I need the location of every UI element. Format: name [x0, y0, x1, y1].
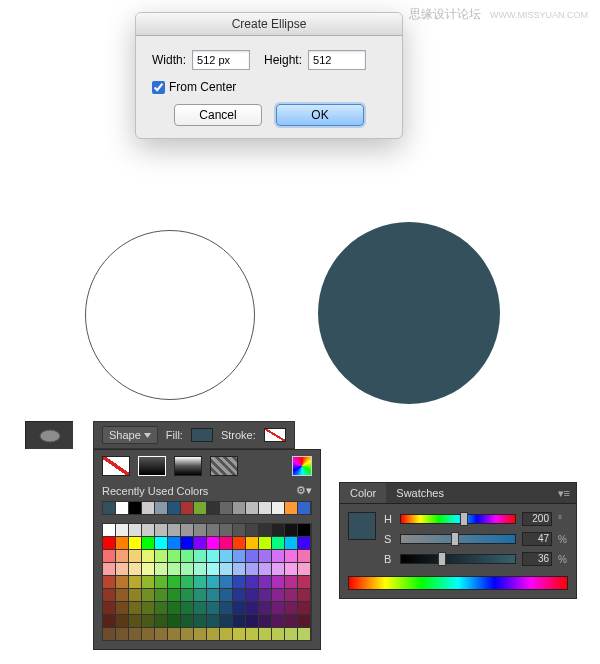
swatch-cell[interactable] — [168, 524, 180, 536]
stroke-swatch-none[interactable] — [264, 428, 286, 442]
swatch-cell[interactable] — [168, 589, 180, 601]
swatch-cell[interactable] — [168, 628, 180, 640]
swatch-cell[interactable] — [116, 576, 128, 588]
swatch-cell[interactable] — [194, 615, 206, 627]
swatch-cell[interactable] — [155, 524, 167, 536]
cancel-button[interactable]: Cancel — [174, 104, 262, 126]
hue-slider[interactable] — [400, 514, 516, 524]
swatch-cell[interactable] — [181, 615, 193, 627]
swatch-cell[interactable] — [207, 615, 219, 627]
swatch-cell[interactable] — [103, 615, 115, 627]
swatch-cell[interactable] — [129, 628, 141, 640]
swatch-cell[interactable] — [129, 602, 141, 614]
swatch-cell[interactable] — [298, 615, 310, 627]
swatch-cell[interactable] — [194, 628, 206, 640]
swatch-cell[interactable] — [194, 550, 206, 562]
swatch-cell[interactable] — [181, 628, 193, 640]
fill-mode-none[interactable] — [102, 456, 130, 476]
swatch-cell[interactable] — [233, 550, 245, 562]
swatch-cell[interactable] — [181, 524, 193, 536]
bri-slider[interactable] — [400, 554, 516, 564]
swatch-cell[interactable] — [298, 550, 310, 562]
swatch-cell[interactable] — [233, 615, 245, 627]
swatch-cell[interactable] — [142, 589, 154, 601]
swatch-cell[interactable] — [129, 615, 141, 627]
swatch-cell[interactable] — [298, 628, 310, 640]
swatch-cell[interactable] — [155, 589, 167, 601]
swatch-cell[interactable] — [272, 524, 284, 536]
swatch-cell[interactable] — [298, 576, 310, 588]
swatch-cell[interactable] — [142, 628, 154, 640]
swatch-cell[interactable] — [285, 615, 297, 627]
hue-value[interactable]: 200 — [522, 512, 552, 526]
swatch-cell[interactable] — [220, 502, 232, 514]
fill-swatch[interactable] — [191, 428, 213, 442]
tool-mode-dropdown[interactable]: Shape — [102, 426, 158, 444]
swatch-cell[interactable] — [233, 563, 245, 575]
swatch-cell[interactable] — [181, 537, 193, 549]
swatch-cell[interactable] — [142, 602, 154, 614]
swatch-cell[interactable] — [272, 628, 284, 640]
swatch-cell[interactable] — [129, 524, 141, 536]
swatch-cell[interactable] — [246, 502, 258, 514]
from-center-checkbox[interactable] — [152, 81, 165, 94]
swatch-cell[interactable] — [207, 550, 219, 562]
swatch-cell[interactable] — [220, 615, 232, 627]
current-color-swatch[interactable] — [348, 512, 376, 540]
fill-mode-pattern[interactable] — [210, 456, 238, 476]
swatch-cell[interactable] — [207, 602, 219, 614]
swatch-cell[interactable] — [103, 589, 115, 601]
swatch-cell[interactable] — [285, 576, 297, 588]
swatch-cell[interactable] — [103, 628, 115, 640]
swatch-cell[interactable] — [272, 502, 284, 514]
swatch-cell[interactable] — [298, 524, 310, 536]
panel-menu-icon[interactable]: ▾≡ — [558, 487, 570, 500]
palette-menu-icon[interactable]: ⚙︎▾ — [296, 484, 312, 497]
swatch-cell[interactable] — [246, 602, 258, 614]
swatch-cell[interactable] — [233, 502, 245, 514]
swatch-cell[interactable] — [285, 524, 297, 536]
swatch-cell[interactable] — [168, 602, 180, 614]
swatch-cell[interactable] — [116, 628, 128, 640]
swatch-cell[interactable] — [220, 602, 232, 614]
swatch-cell[interactable] — [155, 502, 167, 514]
swatch-cell[interactable] — [259, 550, 271, 562]
swatch-cell[interactable] — [129, 589, 141, 601]
swatch-cell[interactable] — [246, 550, 258, 562]
swatch-cell[interactable] — [220, 537, 232, 549]
swatch-cell[interactable] — [155, 563, 167, 575]
swatch-cell[interactable] — [194, 602, 206, 614]
swatch-cell[interactable] — [142, 537, 154, 549]
swatch-cell[interactable] — [233, 576, 245, 588]
swatch-cell[interactable] — [116, 550, 128, 562]
swatch-cell[interactable] — [181, 550, 193, 562]
color-picker-button[interactable] — [292, 456, 312, 476]
tab-color[interactable]: Color — [340, 483, 386, 503]
swatch-cell[interactable] — [168, 502, 180, 514]
swatch-cell[interactable] — [116, 502, 128, 514]
swatch-cell[interactable] — [272, 589, 284, 601]
swatch-cell[interactable] — [259, 576, 271, 588]
swatch-cell[interactable] — [207, 537, 219, 549]
swatch-cell[interactable] — [116, 524, 128, 536]
swatch-cell[interactable] — [272, 550, 284, 562]
swatch-cell[interactable] — [246, 576, 258, 588]
swatch-cell[interactable] — [116, 589, 128, 601]
swatch-cell[interactable] — [181, 576, 193, 588]
swatch-cell[interactable] — [272, 563, 284, 575]
swatch-cell[interactable] — [233, 602, 245, 614]
swatch-cell[interactable] — [233, 628, 245, 640]
swatch-cell[interactable] — [181, 502, 193, 514]
swatch-cell[interactable] — [129, 537, 141, 549]
swatch-cell[interactable] — [298, 502, 310, 514]
swatch-cell[interactable] — [233, 537, 245, 549]
swatch-cell[interactable] — [194, 576, 206, 588]
swatch-cell[interactable] — [246, 563, 258, 575]
swatch-cell[interactable] — [220, 628, 232, 640]
swatch-cell[interactable] — [298, 537, 310, 549]
swatch-cell[interactable] — [259, 524, 271, 536]
swatch-cell[interactable] — [259, 589, 271, 601]
swatch-cell[interactable] — [142, 576, 154, 588]
swatch-cell[interactable] — [220, 576, 232, 588]
swatch-cell[interactable] — [103, 576, 115, 588]
